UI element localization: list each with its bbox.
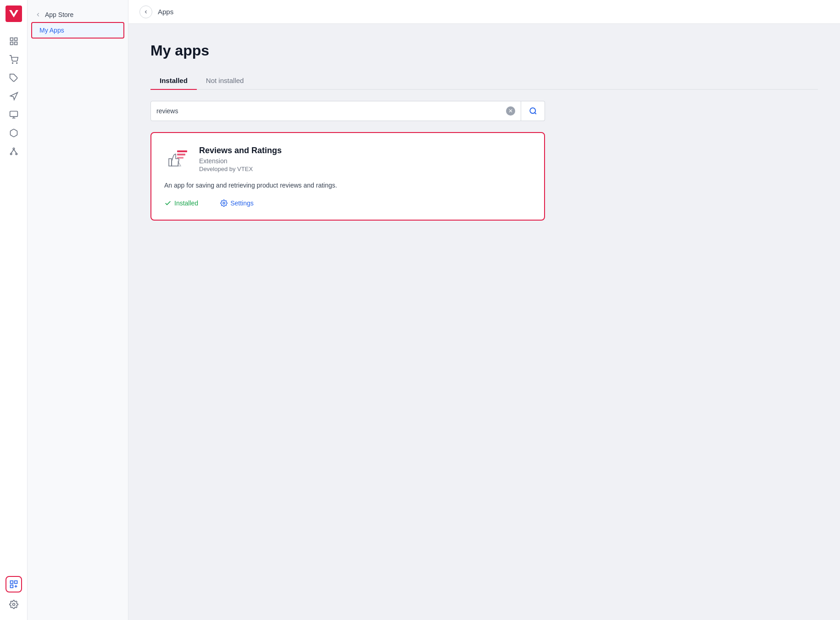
- settings-label: Settings: [230, 199, 254, 207]
- sidebar-back-label: App Store: [45, 11, 73, 18]
- apps-add-nav-icon[interactable]: [6, 576, 22, 592]
- tabs-bar: Installed Not installed: [150, 72, 818, 90]
- svg-point-22: [530, 108, 535, 113]
- search-clear-button[interactable]: ✕: [506, 106, 515, 116]
- app-info: Reviews and Ratings Extension Developed …: [199, 146, 282, 172]
- svg-line-15: [14, 149, 17, 153]
- svg-point-27: [223, 202, 225, 204]
- sidebar-item-my-apps[interactable]: My Apps: [31, 22, 124, 39]
- header-title: Apps: [158, 8, 173, 16]
- main-content: My apps Installed Not installed ✕: [128, 24, 840, 620]
- svg-point-5: [12, 63, 13, 64]
- settings-link[interactable]: Settings: [220, 199, 254, 207]
- svg-rect-24: [177, 150, 187, 152]
- installed-label: Installed: [174, 199, 198, 207]
- app-description: An app for saving and retrieving product…: [164, 181, 348, 190]
- svg-point-21: [12, 603, 15, 606]
- svg-point-6: [16, 63, 17, 64]
- analytics-nav-icon[interactable]: [6, 33, 22, 50]
- settings-nav-icon[interactable]: [6, 596, 22, 613]
- header-back-icon: [143, 9, 149, 15]
- svg-rect-25: [177, 154, 185, 155]
- back-chevron-icon: [35, 11, 41, 18]
- check-icon: [164, 199, 172, 207]
- vtex-logo[interactable]: [6, 6, 22, 22]
- svg-point-13: [16, 153, 17, 155]
- header-bar: Apps: [128, 0, 840, 24]
- svg-rect-16: [10, 581, 13, 584]
- svg-line-23: [534, 112, 536, 114]
- cart-nav-icon[interactable]: [6, 51, 22, 68]
- svg-rect-8: [10, 111, 17, 117]
- app-card-reviews-ratings: Reviews and Ratings Extension Developed …: [150, 132, 545, 221]
- app-card-header: Reviews and Ratings Extension Developed …: [164, 146, 531, 173]
- box-nav-icon[interactable]: [6, 125, 22, 141]
- icon-rail: [0, 0, 28, 620]
- svg-point-11: [13, 148, 14, 149]
- app-icon: [164, 146, 192, 173]
- layout-nav-icon[interactable]: [6, 106, 22, 123]
- tab-not-installed[interactable]: Not installed: [197, 72, 253, 90]
- main-layout: Apps My apps Installed Not installed ✕: [128, 0, 840, 620]
- svg-rect-17: [14, 581, 17, 584]
- search-icon: [529, 107, 537, 115]
- app-name: Reviews and Ratings: [199, 146, 282, 155]
- svg-rect-0: [6, 6, 22, 22]
- svg-rect-2: [14, 38, 17, 41]
- network-nav-icon[interactable]: [6, 143, 22, 160]
- installed-badge: Installed: [164, 199, 198, 207]
- search-bar: ✕: [150, 101, 545, 121]
- svg-point-12: [10, 153, 11, 155]
- tags-nav-icon[interactable]: [6, 70, 22, 86]
- svg-rect-18: [10, 585, 13, 588]
- sidebar-back-button[interactable]: App Store: [28, 7, 128, 22]
- svg-rect-1: [10, 38, 13, 41]
- svg-rect-4: [14, 42, 17, 45]
- search-input-wrapper: ✕: [150, 101, 521, 121]
- app-type: Extension: [199, 157, 282, 165]
- app-actions: Installed Settings: [164, 199, 531, 207]
- search-button[interactable]: [521, 101, 545, 121]
- gear-icon: [220, 199, 228, 207]
- page-title: My apps: [150, 42, 818, 59]
- app-developer: Developed by VTEX: [199, 166, 282, 172]
- megaphone-nav-icon[interactable]: [6, 88, 22, 105]
- svg-line-14: [11, 149, 14, 153]
- tab-installed[interactable]: Installed: [150, 72, 197, 90]
- search-input[interactable]: [156, 107, 506, 115]
- header-back-button[interactable]: [139, 6, 152, 18]
- sidebar-panel: App Store My Apps: [28, 0, 128, 620]
- svg-rect-3: [10, 42, 13, 45]
